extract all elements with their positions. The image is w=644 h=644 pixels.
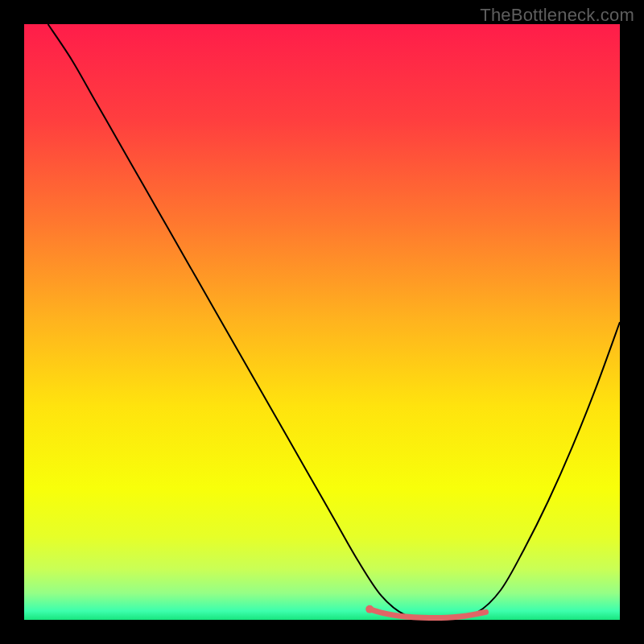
plot-background bbox=[24, 24, 620, 620]
watermark-label: TheBottleneck.com bbox=[480, 5, 634, 26]
bottleneck-chart bbox=[0, 0, 644, 644]
optimal-range-start-marker bbox=[365, 605, 374, 613]
chart-root: TheBottleneck.com bbox=[0, 0, 644, 644]
